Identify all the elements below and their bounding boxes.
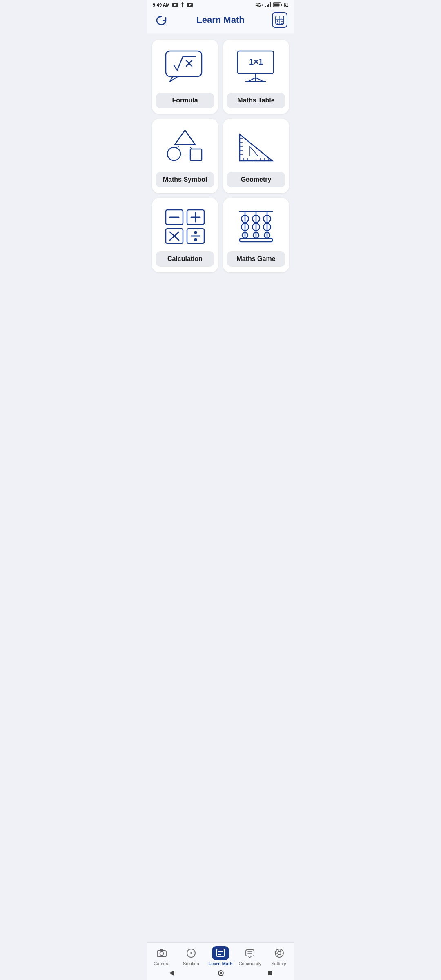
svg-rect-6 [268,4,270,7]
status-right: 4G+ 81 [256,2,288,7]
maths-game-label: Maths Game [227,251,285,267]
svg-rect-10 [274,4,279,7]
geometry-label: Geometry [227,172,285,187]
signal-icon [265,2,272,7]
svg-rect-7 [270,2,271,7]
svg-rect-9 [281,4,282,6]
maths-symbol-icon-container [163,126,207,167]
status-time: 9:49 AM [153,2,170,7]
calculation-icon-container [163,205,207,246]
svg-marker-31 [175,130,195,145]
maths-game-card[interactable]: Maths Game [223,198,289,272]
calculator-icon: × ÷ [275,16,284,24]
maths-table-label: Maths Table [227,93,285,108]
svg-rect-5 [267,5,268,7]
svg-text:×: × [277,17,278,19]
status-network: 4G+ [256,3,263,7]
battery-level: 81 [284,3,288,7]
page-title: Learn Math [169,15,272,25]
status-bar: 9:49 AM 4G+ 81 [147,0,294,9]
maths-game-icon [234,207,278,245]
svg-marker-36 [240,134,272,161]
calculation-card[interactable]: Calculation [152,198,218,272]
geometry-icon [234,128,278,165]
battery-icon [273,2,282,7]
maths-symbol-label: Maths Symbol [156,172,214,187]
geometry-icon-container [234,126,278,167]
maths-symbol-card[interactable]: Maths Symbol [152,119,218,193]
calculation-label: Calculation [156,251,214,267]
maths-table-icon-container: 1×1 [234,47,278,88]
svg-rect-21 [166,51,202,76]
formula-icon-container [163,47,207,88]
status-left: 9:49 AM [153,2,193,7]
geometry-card[interactable]: Geometry [223,119,289,193]
svg-point-60 [194,231,197,234]
formula-card[interactable]: Formula [152,40,218,114]
svg-text:÷: ÷ [281,17,282,19]
svg-point-61 [194,238,197,241]
back-button[interactable] [154,12,169,28]
svg-point-30 [167,147,180,160]
maths-symbol-icon [163,126,207,167]
calculation-icon [163,207,207,245]
svg-rect-4 [265,6,266,7]
location-icon [180,2,185,7]
svg-rect-32 [190,149,202,160]
maths-game-icon-container [234,205,278,246]
calculator-button[interactable]: × ÷ [272,12,287,28]
maths-table-card[interactable]: 1×1 Maths Table [223,40,289,114]
svg-text:1×1: 1×1 [249,57,263,66]
refresh-icon [155,14,167,26]
card-grid: Formula 1×1 Maths Table [147,33,294,279]
youtube-icon [172,3,178,7]
youtube2-icon [187,3,193,7]
formula-icon [163,49,207,86]
svg-line-29 [256,78,263,82]
formula-label: Formula [156,93,214,108]
maths-table-icon: 1×1 [234,49,278,86]
app-header: Learn Math × ÷ [147,9,294,33]
svg-line-28 [248,78,256,82]
